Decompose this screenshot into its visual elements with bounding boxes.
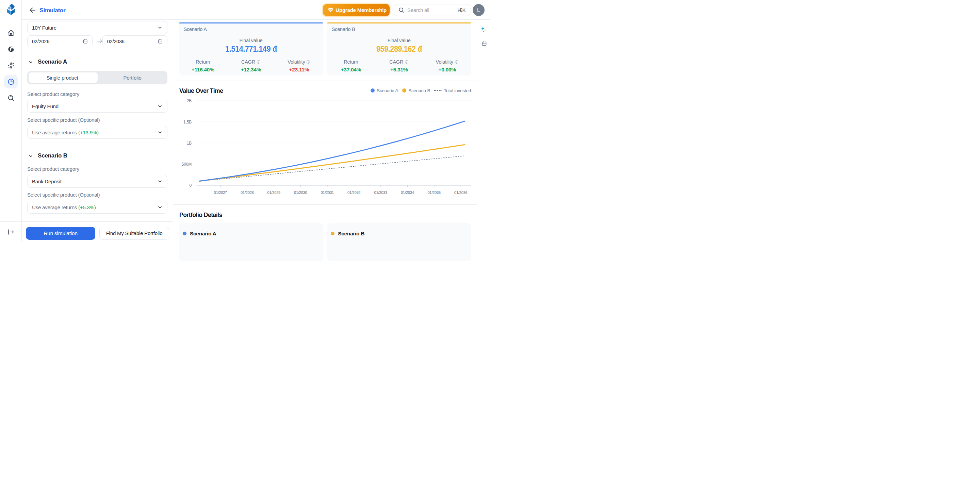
svg-text:01/2035: 01/2035 (428, 191, 441, 195)
svg-text:2B: 2B (187, 98, 192, 103)
svg-text:0: 0 (189, 183, 192, 188)
svg-text:01/2030: 01/2030 (294, 191, 307, 195)
svg-text:01/2027: 01/2027 (214, 191, 227, 195)
svg-text:01/2036: 01/2036 (454, 191, 467, 195)
svg-text:500M: 500M (182, 162, 192, 167)
svg-text:01/2028: 01/2028 (240, 191, 253, 195)
svg-text:01/2031: 01/2031 (321, 191, 334, 195)
svg-text:01/2032: 01/2032 (347, 191, 360, 195)
svg-text:1B: 1B (187, 141, 192, 146)
svg-text:1,5B: 1,5B (183, 120, 192, 124)
svg-text:01/2034: 01/2034 (401, 191, 414, 195)
svg-text:01/2029: 01/2029 (267, 191, 280, 195)
svg-text:01/2033: 01/2033 (374, 191, 387, 195)
